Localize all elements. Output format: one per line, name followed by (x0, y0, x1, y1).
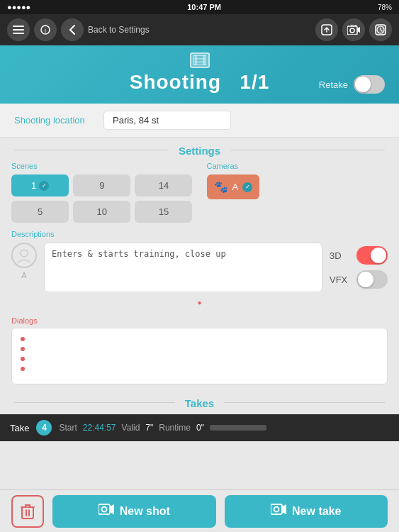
more-icon-btn[interactable] (369, 18, 392, 41)
svg-point-7 (350, 28, 354, 33)
valid-label: Valid (122, 423, 140, 433)
new-shot-icon (99, 503, 114, 519)
battery-icon: 78% (378, 4, 392, 11)
new-shot-button[interactable]: New shot (52, 495, 216, 528)
toggle-vfx[interactable] (356, 270, 388, 289)
cameras-grid: 🐾 A ✓ (207, 174, 388, 199)
retake-toggle[interactable] (354, 75, 385, 94)
dialog-item-4 (21, 364, 378, 374)
toggle-3d-row: 3D (330, 246, 388, 265)
shooting-number: 1/1 (240, 71, 269, 93)
svg-text:i: i (45, 27, 46, 34)
scene-btn-1[interactable]: 1 ✓ (11, 174, 69, 196)
svg-point-20 (274, 507, 279, 512)
start-value: 22:44:57 (83, 423, 116, 433)
info-icon-btn[interactable]: i (34, 18, 57, 41)
toggle-3d-label: 3D (330, 250, 351, 261)
runtime-value: 0" (196, 423, 204, 433)
dialogs-section: Dialogs (0, 316, 399, 384)
scene-btn-9[interactable]: 9 (73, 174, 130, 196)
location-label: Shooting location (14, 115, 92, 126)
svg-rect-16 (22, 507, 33, 519)
carousel-dot-active: ● (197, 299, 201, 306)
camera-btn-a[interactable]: 🐾 A ✓ (207, 174, 260, 199)
camera-icon-btn[interactable] (342, 18, 365, 41)
dialog-bullet-1 (21, 337, 25, 341)
paw-icon: 🐾 (214, 180, 228, 194)
svg-rect-19 (271, 504, 282, 514)
takes-bar: Take 4 Start 22:44:57 Valid 7" Runtime 0… (0, 414, 399, 441)
takes-label: Takes (175, 397, 224, 409)
scene-btn-5[interactable]: 5 (11, 201, 69, 223)
takes-section-header: Takes (0, 390, 399, 414)
dialogs-label: Dialogs (11, 316, 388, 325)
page-title: Shooting 1/1 (130, 71, 270, 94)
header-area: Shooting 1/1 Retake (0, 45, 399, 104)
scene-value-14: 14 (159, 180, 169, 191)
dialog-item-1 (21, 334, 378, 344)
status-bar-time: 10:47 PM (187, 3, 221, 11)
svg-rect-13 (193, 58, 206, 60)
runtime-label: Runtime (159, 423, 191, 433)
nav-bar: i Back to Settings (0, 14, 399, 45)
check-icon-1: ✓ (39, 181, 49, 191)
scene-btn-14[interactable]: 14 (135, 174, 192, 196)
camera-label-a: A (232, 182, 239, 192)
nav-left: i Back to Settings (7, 18, 150, 41)
dialog-item-2 (21, 344, 378, 354)
dialog-bullet-2 (21, 347, 25, 351)
bottom-bar: New shot New take (0, 489, 399, 532)
delete-button[interactable] (11, 495, 44, 528)
location-input[interactable] (103, 111, 231, 130)
dialog-item-3 (21, 354, 378, 364)
scene-value-10: 10 (97, 206, 107, 217)
scenes-grid: 1 ✓ 9 14 5 10 15 (11, 174, 193, 223)
desc-textarea[interactable]: Enters & starts training, close up (44, 243, 322, 292)
scenes-label: Scenes (11, 162, 193, 170)
upload-icon-btn[interactable] (315, 18, 338, 41)
toggle-3d-thumb (371, 248, 386, 263)
svg-rect-6 (347, 26, 357, 35)
dialogs-box (11, 328, 388, 384)
svg-rect-12 (203, 55, 205, 65)
status-bar-left: ●●●●● (7, 3, 30, 11)
descriptions-section: Descriptions A Enters & starts training,… (0, 230, 399, 311)
svg-point-18 (101, 507, 106, 512)
start-label: Start (59, 423, 77, 433)
new-take-button[interactable]: New take (225, 495, 388, 528)
valid-value: 7" (145, 423, 153, 433)
new-take-icon (271, 503, 286, 519)
char-label: A (21, 271, 26, 279)
take-progress-bar (210, 425, 266, 431)
back-icon-btn[interactable] (61, 18, 84, 41)
camera-check-icon: ✓ (242, 182, 252, 192)
status-bar-right: 78% (378, 4, 392, 11)
cameras-section: Cameras 🐾 A ✓ (207, 162, 388, 223)
scene-btn-15[interactable]: 15 (135, 201, 192, 223)
dialog-bullet-4 (21, 367, 25, 371)
svg-rect-11 (195, 55, 197, 65)
scene-btn-10[interactable]: 10 (73, 201, 130, 223)
list-icon-btn[interactable] (7, 18, 30, 41)
scene-value-15: 15 (159, 206, 169, 217)
toggle-vfx-row: VFX (330, 270, 388, 289)
header-film-icon (190, 52, 210, 68)
svg-point-15 (21, 250, 28, 257)
toggle-vfx-thumb (358, 272, 373, 287)
desc-content: A Enters & starts training, close up 3D … (11, 243, 388, 292)
toggle-vfx-label: VFX (330, 275, 351, 285)
toggle-3d[interactable] (356, 246, 388, 265)
toggle-thumb (355, 77, 371, 92)
dots-row: ● (11, 292, 388, 311)
descriptions-label: Descriptions (11, 230, 388, 238)
take-number-badge: 4 (36, 420, 52, 436)
scene-value-9: 9 (99, 180, 104, 191)
new-take-label: New take (292, 505, 341, 518)
settings-label: Settings (169, 145, 230, 157)
take-label-text: Take (10, 423, 29, 433)
svg-rect-17 (99, 504, 110, 514)
main-content: Settings Scenes 1 ✓ 9 14 5 10 (0, 138, 399, 495)
back-label: Back to Settings (88, 25, 150, 35)
shooting-label: Shooting (130, 71, 221, 93)
new-shot-label: New shot (120, 505, 170, 518)
